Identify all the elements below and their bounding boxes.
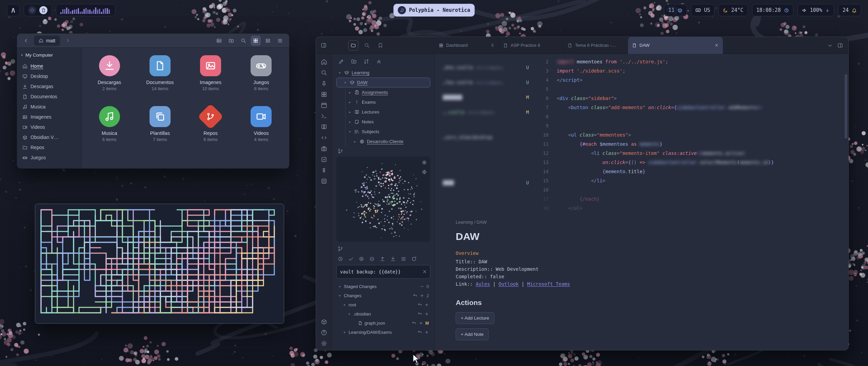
sidebar-toggle-button[interactable]: [321, 42, 327, 48]
plus-circle-button[interactable]: [359, 256, 364, 262]
grid-view-button[interactable]: [251, 36, 261, 46]
power-button[interactable]: [28, 6, 36, 14]
sidebar-item-musica[interactable]: Musica: [17, 102, 81, 112]
search-button[interactable]: [321, 69, 327, 76]
clock-widget[interactable]: 18:08:28: [752, 4, 793, 16]
keyboard-layout-widget[interactable]: US: [691, 4, 714, 16]
folder-tab-button[interactable]: [348, 40, 358, 50]
git-row-graph-json[interactable]: graph.jsonM: [336, 319, 430, 328]
launcher-button[interactable]: Λ: [7, 4, 20, 16]
folder-documentos[interactable]: Documentos14 items: [135, 53, 185, 104]
commit-message-input[interactable]: [336, 265, 430, 279]
folder-videos[interactable]: Videos4 items: [236, 104, 287, 155]
search-tab-button[interactable]: [362, 40, 372, 50]
weather-widget[interactable]: 24°C: [718, 4, 748, 16]
graph-view[interactable]: [336, 157, 430, 242]
link-outlook[interactable]: Outlook: [498, 281, 518, 287]
download-button[interactable]: [390, 256, 396, 262]
add-note-button[interactable]: + Add Note: [456, 328, 489, 340]
bookmark-tab-button[interactable]: [375, 40, 386, 50]
split-editor-button[interactable]: [837, 43, 843, 48]
search-button[interactable]: [238, 36, 249, 46]
tab-asp-practice-6[interactable]: ASP Practice 6: [499, 37, 564, 54]
code-button[interactable]: [321, 135, 327, 141]
question-button[interactable]: [321, 329, 327, 336]
tab-list-button[interactable]: [827, 43, 833, 48]
grid-button[interactable]: [321, 91, 327, 98]
sidebar-item-repos[interactable]: Repos: [17, 142, 81, 152]
tree-item-subjects[interactable]: ▾Subjects: [336, 127, 430, 137]
tab-tema-6-pr-cticas[interactable]: Tema 6 Prácticas -…: [564, 37, 628, 54]
dollar-button[interactable]: [321, 167, 327, 174]
sidebar-item-juegos[interactable]: Juegos: [17, 152, 81, 163]
minus-circle-button[interactable]: [369, 256, 375, 262]
sidebar-item-obsidian-v[interactable]: Obsidian V…: [17, 132, 81, 142]
tree-item-exams[interactable]: ▸Exams: [336, 97, 430, 107]
pin-button[interactable]: [321, 80, 327, 87]
clear-icon[interactable]: [422, 269, 427, 274]
updates-widget[interactable]: 11: [664, 4, 687, 16]
history-button[interactable]: [338, 256, 343, 262]
link-aules[interactable]: Aules: [476, 281, 490, 287]
compact-view-button[interactable]: [263, 36, 273, 46]
tree-item-learning[interactable]: ▾Learning: [336, 68, 430, 78]
tree-item-assignments[interactable]: ▸Assignments: [336, 87, 430, 97]
box-button[interactable]: [321, 319, 327, 325]
add-lecture-button[interactable]: + Add Lecture: [456, 312, 494, 324]
dice-button[interactable]: [321, 178, 327, 184]
graph-focus-button[interactable]: [422, 169, 427, 175]
tab-dashboard[interactable]: Dashboard: [435, 37, 499, 54]
editor-scrollbar[interactable]: [845, 74, 847, 139]
git-row-learning-daw-exams[interactable]: ▾Learning/DAW/Exams: [336, 328, 430, 337]
sort-button[interactable]: [363, 59, 369, 64]
calendar-button[interactable]: [321, 102, 327, 108]
sidebar-item-imagenes[interactable]: Imagenes: [17, 112, 81, 122]
graph-canvas[interactable]: [336, 157, 430, 242]
tree-item-lectures[interactable]: ▸Lectures: [336, 107, 430, 117]
folder-juegos[interactable]: Juegos8 items: [236, 53, 287, 104]
tree-item-desarrollo-cliente[interactable]: ▸Desarrollo-Cliente: [336, 137, 430, 146]
folder-musica[interactable]: Musica6 items: [84, 104, 135, 155]
list-button[interactable]: [401, 256, 406, 262]
git-branch-button[interactable]: [338, 148, 343, 154]
forward-button[interactable]: [63, 36, 73, 46]
terminal-button[interactable]: [321, 113, 327, 119]
tree-item-daw[interactable]: ▾DAW: [336, 78, 430, 87]
sidebar-item-documentos[interactable]: Documentos: [17, 92, 81, 102]
graph-settings-button[interactable]: [422, 160, 427, 165]
git-row-root[interactable]: ▾root: [336, 300, 430, 309]
git-row-changes[interactable]: ▾Changes2: [336, 291, 430, 300]
notifications-widget[interactable]: 24: [838, 4, 861, 16]
gear-button[interactable]: [321, 340, 327, 347]
volume-widget[interactable]: 100%: [797, 4, 834, 16]
camera-button[interactable]: [321, 145, 327, 152]
menu-button[interactable]: [275, 36, 285, 46]
back-button[interactable]: [21, 36, 31, 46]
checkbox-button[interactable]: [321, 156, 327, 163]
upload-button[interactable]: [380, 256, 385, 262]
refresh-button[interactable]: [411, 256, 417, 262]
folder-repos[interactable]: Repos6 items: [185, 104, 236, 155]
sidebar-item-descargas[interactable]: Descargas: [17, 81, 81, 92]
git-row-obsidian[interactable]: ▾.obsidian: [336, 309, 430, 319]
tab-daw[interactable]: DAW: [628, 37, 723, 54]
thumbnails-button[interactable]: [214, 36, 224, 46]
files-shortcut-button[interactable]: [39, 6, 47, 14]
folder-plantillas[interactable]: Plantillas7 items: [135, 104, 185, 155]
home-button[interactable]: [321, 59, 327, 65]
files-sidebar-title[interactable]: ▾My Computer: [17, 50, 81, 61]
folder-plus-button[interactable]: [351, 59, 357, 64]
link-microsoft-teams[interactable]: Microsoft Teams: [527, 281, 570, 287]
tree-item-notes[interactable]: ▸Notes: [336, 117, 430, 127]
now-playing-widget[interactable]: Polyphia - Neurotica: [393, 4, 475, 17]
git-row-staged-changes[interactable]: ▾Staged Changes0: [336, 282, 430, 291]
workspace-switcher-button[interactable]: [338, 246, 343, 251]
sidebar-item-home[interactable]: Home: [17, 61, 81, 71]
new-folder-button[interactable]: [226, 36, 236, 46]
pencil-button[interactable]: [338, 59, 344, 64]
folder-imagenes[interactable]: Imagenes10 items: [185, 53, 236, 104]
sidebar-item-desktop[interactable]: Desktop: [17, 71, 81, 81]
book-button[interactable]: [321, 124, 327, 130]
check-button[interactable]: [348, 256, 354, 262]
folder-descargas[interactable]: Descargas2 items: [84, 53, 135, 104]
